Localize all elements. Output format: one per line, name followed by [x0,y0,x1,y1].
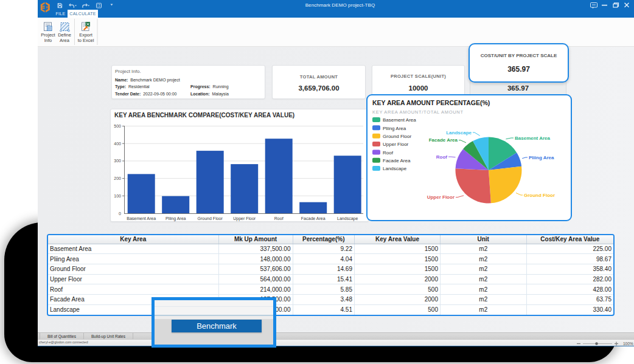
svg-text:300: 300 [114,159,121,163]
svg-text:Roof: Roof [274,216,284,221]
svg-text:Ground Floor: Ground Floor [198,216,223,221]
svg-text:100: 100 [114,194,121,198]
svg-text:400: 400 [114,142,121,146]
svg-text:Basement Area: Basement Area [127,216,156,221]
svg-text:Roof: Roof [436,154,448,160]
svg-text:Pliing Area: Pliing Area [529,155,554,160]
svg-text:Pliing Area: Pliing Area [165,216,186,221]
svg-text:Upper Floor: Upper Floor [427,194,455,200]
svg-text:Upper Floor: Upper Floor [233,216,256,221]
svg-text:Ground Floor: Ground Floor [524,193,555,198]
svg-text:100%: 100% [623,342,633,346]
svg-text:Facade Area: Facade Area [429,137,458,143]
svg-text:Facade Area: Facade Area [301,216,326,221]
svg-text:500: 500 [114,124,121,128]
svg-text:200: 200 [114,176,121,180]
svg-text:Basement Area: Basement Area [515,136,551,141]
svg-text:Landscape: Landscape [446,130,472,136]
svg-text:Landscape: Landscape [337,216,358,221]
svg-text:0: 0 [119,211,121,216]
